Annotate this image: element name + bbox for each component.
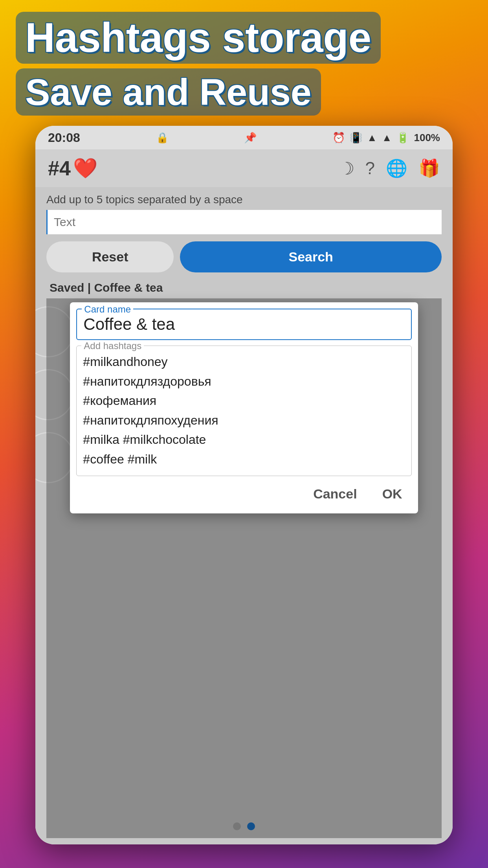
- card-name-label: Card name: [82, 304, 133, 315]
- app-header: #4 ❤️ ☽ ? 🌐 🎁: [35, 149, 453, 187]
- phone-frame: 20:08 🔒 📌 ⏰ 📳 ▲ ▲ 🔋 100% #4 ❤️ ☽ ? 🌐 🎁 A…: [35, 126, 453, 844]
- moon-icon[interactable]: ☽: [339, 158, 354, 178]
- hero-subtitle: Save and Reuse: [16, 68, 321, 116]
- status-lock-icon: 🔒: [156, 132, 169, 144]
- globe-icon[interactable]: 🌐: [386, 158, 407, 178]
- header-icons: ☽ ? 🌐 🎁: [339, 158, 440, 178]
- saved-label: Saved | Coffee & tea: [46, 281, 442, 294]
- search-button[interactable]: Search: [180, 241, 442, 272]
- card-name-value[interactable]: Coffee & tea: [83, 315, 404, 334]
- cards-area: Card name Coffee & tea Add hashtags #mil…: [46, 298, 442, 838]
- hashtags-section: Add hashtags #milkandhoney #напитокдлязд…: [76, 346, 411, 476]
- alarm-icon: ⏰: [332, 132, 345, 144]
- modal-dialog: Card name Coffee & tea Add hashtags #mil…: [70, 302, 418, 513]
- status-bar: 20:08 🔒 📌 ⏰ 📳 ▲ ▲ 🔋 100%: [35, 126, 453, 149]
- app-body: Add up to 5 topics separated by a space …: [35, 187, 453, 844]
- reset-button[interactable]: Reset: [46, 241, 174, 272]
- status-pin-icon: 📌: [244, 132, 257, 144]
- status-time: 20:08: [48, 131, 80, 145]
- battery-percent: 100%: [414, 132, 440, 144]
- text-input[interactable]: [46, 210, 442, 234]
- cancel-button[interactable]: Cancel: [308, 484, 362, 504]
- topics-hint: Add up to 5 topics separated by a space: [46, 193, 442, 206]
- hero-section: Hashtags storage Save and Reuse: [16, 12, 472, 116]
- hero-title: Hashtags storage: [16, 12, 381, 64]
- logo-text: #4: [48, 156, 71, 180]
- wifi-icon: ▲: [367, 132, 377, 144]
- vibrate-icon: 📳: [350, 132, 362, 144]
- card-name-section: Card name Coffee & tea: [76, 309, 411, 340]
- status-icons-right: ⏰ 📳 ▲ ▲ 🔋 100%: [332, 132, 440, 144]
- heart-icon: ❤️: [73, 157, 97, 180]
- modal-overlay: Card name Coffee & tea Add hashtags #mil…: [46, 298, 442, 838]
- hashtags-text[interactable]: #milkandhoney #напитокдляздоровья #кофем…: [83, 352, 405, 469]
- signal-icon: ▲: [382, 132, 392, 144]
- app-logo: #4 ❤️: [48, 156, 97, 180]
- hashtags-label: Add hashtags: [81, 340, 144, 351]
- help-icon[interactable]: ?: [365, 158, 375, 178]
- button-row: Reset Search: [46, 241, 442, 272]
- gift-icon[interactable]: 🎁: [418, 158, 440, 178]
- battery-icon: 🔋: [396, 132, 409, 144]
- modal-actions: Cancel OK: [70, 476, 418, 513]
- ok-button[interactable]: OK: [378, 484, 407, 504]
